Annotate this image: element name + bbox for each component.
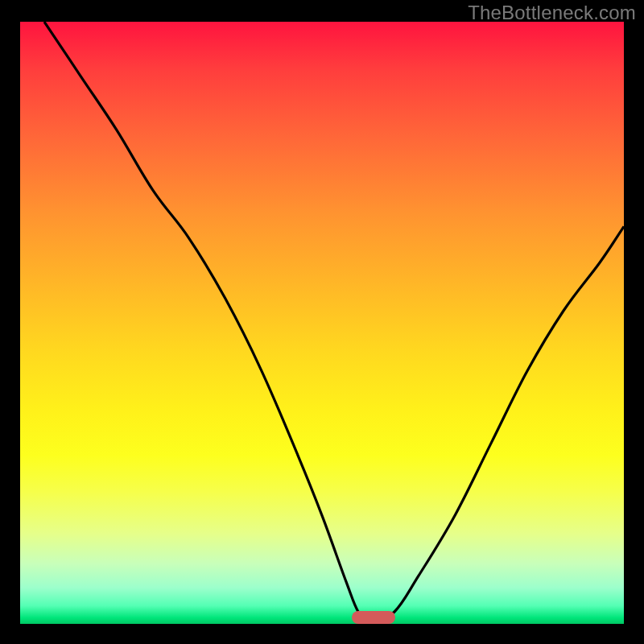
chart-frame: TheBottleneck.com (0, 0, 644, 644)
right-branch-path (370, 226, 624, 624)
watermark-text: TheBottleneck.com (468, 2, 636, 24)
plot-area (20, 22, 624, 624)
bottleneck-curve (20, 22, 624, 624)
optimal-marker (352, 611, 395, 624)
left-branch-path (44, 22, 370, 624)
